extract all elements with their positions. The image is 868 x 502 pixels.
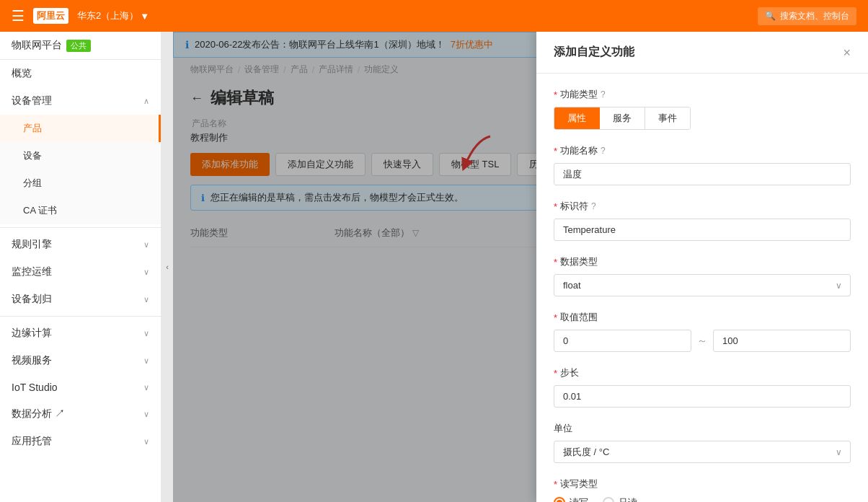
sidebar-item-overview[interactable]: 概览 bbox=[0, 60, 161, 87]
form-section-read-write: * 读写类型 读写 只读 bbox=[554, 477, 851, 502]
form-section-value-range: * 取值范围 ～ bbox=[554, 311, 851, 352]
label-text-step: 步长 bbox=[560, 366, 579, 379]
form-section-step: * 步长 bbox=[554, 366, 851, 408]
form-section-function-type: * 功能类型 ? 属性 服务 事件 bbox=[554, 88, 851, 130]
required-mark-function-name: * bbox=[554, 146, 557, 157]
required-mark-read-write: * bbox=[554, 479, 557, 490]
sidebar-section-rules-label: 规则引擎 bbox=[12, 238, 52, 251]
drawer-title: 添加自定义功能 bbox=[554, 45, 634, 60]
form-section-function-name: * 功能名称 ? bbox=[554, 144, 851, 185]
sidebar-section-edge[interactable]: 边缘计算 ∨ bbox=[0, 320, 161, 347]
label-text-identifier: 标识符 bbox=[560, 200, 588, 213]
sidebar-section-device-assign-arrow-icon: ∨ bbox=[143, 295, 149, 304]
sidebar-section-video-arrow-icon: ∨ bbox=[143, 356, 149, 366]
label-text-function-name: 功能名称 bbox=[560, 144, 598, 157]
sidebar-section-edge-label: 边缘计算 bbox=[12, 327, 52, 340]
sidebar-section-iot-studio-label: IoT Studio bbox=[12, 382, 58, 393]
data-type-select-wrapper: float int double string bool date ∨ bbox=[554, 274, 851, 296]
form-label-function-name: * 功能名称 ? bbox=[554, 144, 851, 157]
unit-select[interactable]: 摄氏度 / °C 华氏度 / °F 开尔文 / K 无 bbox=[554, 441, 851, 463]
range-separator: ～ bbox=[697, 335, 707, 348]
sidebar: 物联网平台 公共 概览 设备管理 ∧ 产品 设备 分组 CA 证书 规则引擎 ∨… bbox=[0, 32, 161, 502]
top-nav: ☰ 阿里云 华东2（上海） ▼ 🔍 搜索文档、控制台 bbox=[0, 0, 868, 32]
tab-service[interactable]: 服务 bbox=[600, 107, 645, 129]
identifier-input[interactable] bbox=[554, 219, 851, 241]
function-type-tabs: 属性 服务 事件 bbox=[554, 107, 691, 130]
sidebar-section-device-assign-label: 设备划归 bbox=[12, 293, 52, 306]
sidebar-section-video[interactable]: 视频服务 ∨ bbox=[0, 347, 161, 374]
divider-2 bbox=[0, 316, 161, 317]
sidebar-section-data-analysis-label: 数据分析 ↗ bbox=[12, 408, 65, 420]
required-mark-data-type: * bbox=[554, 257, 557, 268]
sidebar-section-devices[interactable]: 设备管理 ∧ bbox=[0, 87, 161, 115]
unit-select-wrapper: 摄氏度 / °C 华氏度 / °F 开尔文 / K 无 ∨ bbox=[554, 441, 851, 463]
form-section-data-type: * 数据类型 float int double string bool date… bbox=[554, 255, 851, 296]
sidebar-section-monitor-label: 监控运维 bbox=[12, 265, 52, 278]
form-label-step: * 步长 bbox=[554, 366, 851, 379]
sidebar-sub-devices: 产品 设备 分组 CA 证书 bbox=[0, 115, 161, 224]
form-label-value-range: * 取值范围 bbox=[554, 311, 851, 324]
read-write-radio-group: 读写 只读 bbox=[554, 496, 851, 502]
add-custom-function-drawer: 添加自定义功能 × * 功能类型 ? 属性 服务 事件 bbox=[536, 32, 868, 502]
sidebar-section-app-hosting[interactable]: 应用托管 ∨ bbox=[0, 428, 161, 455]
range-max-input[interactable] bbox=[713, 330, 851, 352]
sidebar-section-data-analysis[interactable]: 数据分析 ↗ ∨ bbox=[0, 400, 161, 428]
region-selector[interactable]: 华东2（上海） ▼ bbox=[77, 9, 149, 22]
form-label-read-write: * 读写类型 bbox=[554, 477, 851, 490]
sidebar-section-monitor[interactable]: 监控运维 ∨ bbox=[0, 258, 161, 286]
required-mark-identifier: * bbox=[554, 201, 557, 212]
drawer-close-button[interactable]: × bbox=[843, 46, 851, 59]
radio-dot-read-only bbox=[603, 497, 614, 502]
form-section-identifier: * 标识符 ? bbox=[554, 200, 851, 241]
logo-box: 阿里云 bbox=[33, 8, 68, 24]
range-inputs: ～ bbox=[554, 330, 851, 352]
sidebar-item-products[interactable]: 产品 bbox=[0, 115, 161, 142]
sidebar-item-ca-cert[interactable]: CA 证书 bbox=[0, 197, 161, 224]
data-type-select[interactable]: float int double string bool date bbox=[554, 274, 851, 296]
sidebar-section-app-hosting-label: 应用托管 bbox=[12, 435, 52, 448]
required-mark-value-range: * bbox=[554, 312, 557, 323]
region-label: 华东2（上海） bbox=[77, 9, 138, 22]
drawer-header: 添加自定义功能 × bbox=[536, 32, 868, 74]
sidebar-section-devices-arrow-icon: ∧ bbox=[143, 97, 149, 106]
sidebar-section-devices-label: 设备管理 bbox=[12, 94, 52, 107]
radio-read-only[interactable]: 只读 bbox=[603, 496, 637, 502]
step-input[interactable] bbox=[554, 385, 851, 408]
form-section-unit: 单位 摄氏度 / °C 华氏度 / °F 开尔文 / K 无 ∨ bbox=[554, 422, 851, 463]
radio-label-read-only: 只读 bbox=[619, 496, 637, 502]
platform-title: 物联网平台 bbox=[12, 39, 62, 52]
required-mark-step: * bbox=[554, 368, 557, 379]
sidebar-platform: 物联网平台 公共 bbox=[0, 32, 161, 60]
region-arrow-icon: ▼ bbox=[140, 11, 149, 22]
required-mark-function-type: * bbox=[554, 89, 557, 100]
main-content: ℹ 2020-06-22发布公告：物联网平台上线华南1（深圳）地域！ 7折优惠中… bbox=[173, 32, 868, 502]
form-label-function-type: * 功能类型 ? bbox=[554, 88, 851, 101]
sidebar-section-rules[interactable]: 规则引擎 ∨ bbox=[0, 231, 161, 258]
help-icon-function-type[interactable]: ? bbox=[601, 89, 606, 100]
tab-event[interactable]: 事件 bbox=[645, 107, 690, 129]
function-name-input[interactable] bbox=[554, 163, 851, 185]
sidebar-section-rules-arrow-icon: ∨ bbox=[143, 240, 149, 250]
sidebar-section-iot-studio[interactable]: IoT Studio ∨ bbox=[0, 374, 161, 400]
range-min-input[interactable] bbox=[554, 330, 691, 352]
help-icon-identifier[interactable]: ? bbox=[591, 201, 596, 211]
radio-read-write[interactable]: 读写 bbox=[554, 496, 588, 502]
sidebar-item-groups[interactable]: 分组 bbox=[0, 169, 161, 197]
search-bar[interactable]: 🔍 搜索文档、控制台 bbox=[758, 7, 856, 25]
help-icon-function-name[interactable]: ? bbox=[601, 146, 606, 156]
menu-icon[interactable]: ☰ bbox=[12, 7, 25, 25]
sidebar-section-iot-studio-arrow-icon: ∨ bbox=[143, 383, 149, 392]
platform-badge: 公共 bbox=[66, 40, 91, 52]
sidebar-collapse-btn[interactable]: ‹ bbox=[161, 32, 173, 502]
label-text-data-type: 数据类型 bbox=[560, 255, 598, 268]
search-icon: 🔍 bbox=[765, 11, 776, 21]
sidebar-item-devices[interactable]: 设备 bbox=[0, 142, 161, 169]
sidebar-section-app-hosting-arrow-icon: ∨ bbox=[143, 437, 149, 446]
form-label-data-type: * 数据类型 bbox=[554, 255, 851, 268]
sidebar-section-device-assign[interactable]: 设备划归 ∨ bbox=[0, 286, 161, 313]
label-text-value-range: 取值范围 bbox=[560, 311, 598, 324]
tab-attribute[interactable]: 属性 bbox=[554, 107, 600, 129]
label-text-function-type: 功能类型 bbox=[560, 88, 598, 101]
label-text-unit: 单位 bbox=[554, 422, 572, 435]
form-label-unit: 单位 bbox=[554, 422, 851, 435]
